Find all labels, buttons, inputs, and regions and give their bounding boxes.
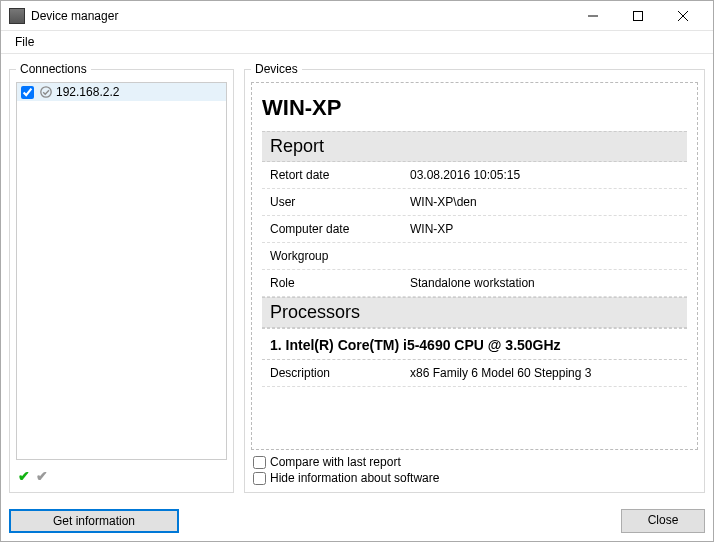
check-grey-icon[interactable]: ✔ xyxy=(36,468,48,484)
tree-item[interactable]: 192.168.2.2 xyxy=(17,83,226,101)
row-value: x86 Family 6 Model 60 Stepping 3 xyxy=(410,366,679,380)
menu-file[interactable]: File xyxy=(9,33,40,51)
get-information-button[interactable]: Get information xyxy=(9,509,179,533)
row-value: WIN-XP\den xyxy=(410,195,679,209)
device-options: Compare with last report Hide informatio… xyxy=(251,450,698,486)
hide-software-checkbox[interactable] xyxy=(253,472,266,485)
compare-label: Compare with last report xyxy=(270,455,401,469)
device-report[interactable]: WIN-XP Report Retort date 03.08.2016 10:… xyxy=(251,82,698,450)
svg-rect-1 xyxy=(633,11,642,20)
compare-option[interactable]: Compare with last report xyxy=(253,454,696,470)
status-ok-icon xyxy=(40,86,52,98)
svg-point-4 xyxy=(41,87,51,97)
status-icons: ✔ ✔ xyxy=(16,466,227,486)
connections-label: Connections xyxy=(16,62,91,76)
hide-software-option[interactable]: Hide information about software xyxy=(253,470,696,486)
row-value: WIN-XP xyxy=(410,222,679,236)
row-value: 03.08.2016 10:05:15 xyxy=(410,168,679,182)
menu-bar: File xyxy=(1,31,713,54)
tree-item-label: 192.168.2.2 xyxy=(56,85,119,99)
row-report-date: Retort date 03.08.2016 10:05:15 xyxy=(262,162,687,189)
bottom-bar: Get information Close xyxy=(1,501,713,541)
compare-checkbox[interactable] xyxy=(253,456,266,469)
row-key: User xyxy=(270,195,410,209)
row-key: Description xyxy=(270,366,410,380)
title-bar: Device manager xyxy=(1,1,713,31)
check-green-icon[interactable]: ✔ xyxy=(18,468,30,484)
app-icon xyxy=(9,8,25,24)
row-computer: Computer date WIN-XP xyxy=(262,216,687,243)
processors-heading: Processors xyxy=(262,297,687,328)
device-name: WIN-XP xyxy=(262,89,687,131)
close-button[interactable]: Close xyxy=(621,509,705,533)
content-area: Connections 192.168.2.2 ✔ ✔ Devices WIN-… xyxy=(1,54,713,501)
processor-item: 1. Intel(R) Core(TM) i5-4690 CPU @ 3.50G… xyxy=(262,328,687,360)
close-window-button[interactable] xyxy=(660,2,705,30)
row-key: Retort date xyxy=(270,168,410,182)
devices-panel: Devices WIN-XP Report Retort date 03.08.… xyxy=(244,62,705,493)
maximize-button[interactable] xyxy=(615,2,660,30)
row-key: Computer date xyxy=(270,222,410,236)
window-title: Device manager xyxy=(31,9,570,23)
tree-item-checkbox[interactable] xyxy=(21,86,34,99)
minimize-button[interactable] xyxy=(570,2,615,30)
hide-software-label: Hide information about software xyxy=(270,471,439,485)
row-role: Role Standalone workstation xyxy=(262,270,687,297)
row-value xyxy=(410,249,679,263)
row-value: Standalone workstation xyxy=(410,276,679,290)
row-processor-desc: Description x86 Family 6 Model 60 Steppi… xyxy=(262,360,687,387)
connections-panel: Connections 192.168.2.2 ✔ ✔ xyxy=(9,62,234,493)
report-heading: Report xyxy=(262,131,687,162)
devices-label: Devices xyxy=(251,62,302,76)
row-key: Workgroup xyxy=(270,249,410,263)
row-key: Role xyxy=(270,276,410,290)
row-workgroup: Workgroup xyxy=(262,243,687,270)
row-user: User WIN-XP\den xyxy=(262,189,687,216)
connections-tree[interactable]: 192.168.2.2 xyxy=(16,82,227,460)
